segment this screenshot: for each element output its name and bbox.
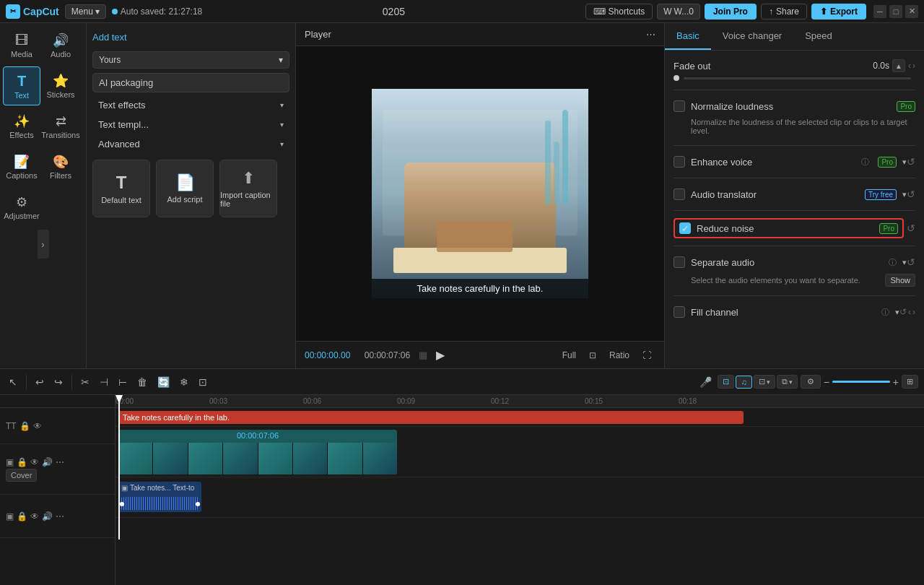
split-keep-button[interactable]: ⊣ [97,375,111,389]
yours-label: Yours [99,55,121,65]
video-audio-icon[interactable]: 🔊 [42,457,53,467]
audio-more-icon[interactable]: ⋯ [56,511,64,521]
track-extra-button[interactable]: ⊡▾ [754,375,775,389]
fit-button[interactable]: ⊡ [585,349,601,362]
toolbar-item-adjustments[interactable]: ⚙ Adjustmer [3,188,40,227]
video-eye-icon[interactable]: 👁 [30,457,39,467]
select-tool-button[interactable]: ↖ [6,375,20,389]
ai-packaging-button[interactable]: AI packaging [92,73,289,92]
tab-speed[interactable]: Speed [793,23,844,50]
separate-audio-reset-button[interactable]: ↺ [907,256,915,268]
toolbar-item-media[interactable]: 🎞 Media [3,26,40,65]
divider-2 [674,145,915,146]
toolbar-expand-button[interactable]: › [38,230,49,259]
caption-text-icon[interactable]: TT [6,421,17,431]
play-button[interactable]: ▶ [436,348,445,362]
audio-lock-icon[interactable]: 🔒 [17,511,27,521]
fit-timeline-button[interactable]: ⊞ [902,375,918,389]
redo-button[interactable]: ↪ [51,375,66,389]
text-effects-menu-item[interactable]: Text effects ▾ [92,95,289,115]
add-script-item[interactable]: 📄 Add script [156,160,214,217]
track-type-button[interactable]: ⊡ [718,375,734,389]
video-lock-icon[interactable]: 🔒 [17,457,27,467]
shortcuts-button[interactable]: ⌨ Shortcuts [585,4,653,20]
video-clip[interactable]: 00:00:07:06 [118,430,397,474]
video-more-icon[interactable]: ⋯ [56,457,64,467]
audio-grid-icon[interactable]: ▣ [6,511,14,521]
split-remove-button[interactable]: ⊢ [116,375,130,389]
yours-dropdown[interactable]: Yours ▾ [92,51,289,69]
workspace-button[interactable]: W W...0 [657,4,700,20]
fade-out-next[interactable]: › [912,61,915,71]
ratio-button[interactable]: Ratio [605,349,634,362]
advanced-menu-item[interactable]: Advanced ▾ [92,134,289,154]
toolbar-item-audio[interactable]: 🔊 Audio [42,26,79,65]
audio-handle-right[interactable] [196,502,200,506]
share-button[interactable]: ↑ Share [761,4,807,20]
full-button[interactable]: Full [558,349,580,362]
default-text-item[interactable]: T Default text [92,160,150,217]
ruler-tick-3: 00:03 [209,397,227,405]
track-audio-button[interactable]: ♫ [736,376,751,389]
toolbar-item-effects[interactable]: ✨ Effects [3,107,40,146]
freeze-button[interactable]: ❄ [177,375,191,389]
fill-channel-prev[interactable]: ‹ [908,307,911,317]
audio-vol-icon[interactable]: 🔊 [42,511,53,521]
toolbar-item-text[interactable]: T Text [3,66,40,105]
settings-button[interactable]: ⚙ [801,375,821,389]
enhance-voice-reset-button[interactable]: ↺ [907,156,915,168]
toolbar-item-transitions[interactable]: ⇄ Transitions [42,107,79,146]
toolbar-item-captions[interactable]: 📝 Captions [3,147,40,186]
fade-out-increment[interactable]: ▲ [892,59,905,72]
crop-button[interactable]: ⊡ [196,375,210,389]
fill-channel-checkbox[interactable] [674,306,685,318]
zoom-slider[interactable] [832,381,890,383]
toolbar-item-stickers[interactable]: ⭐ Stickers [42,66,79,105]
mic-button[interactable]: 🎤 [697,375,715,389]
toolbar-item-filters[interactable]: 🎨 Filters [42,147,79,186]
audio-translator-reset-button[interactable]: ↺ [907,188,915,200]
join-pro-button[interactable]: Join Pro [705,4,757,20]
fade-out-slider[interactable] [674,75,915,81]
fade-out-prev[interactable]: ‹ [908,61,911,71]
enhance-voice-info-icon[interactable]: ⓘ [861,157,869,168]
cover-button[interactable]: Cover [6,469,37,482]
normalize-loudness-checkbox[interactable] [674,100,685,112]
reduce-noise-checkbox[interactable]: ✓ [679,222,691,234]
show-tooltip[interactable]: Show [885,274,915,287]
minimize-button[interactable]: ─ [873,5,886,18]
enhance-voice-checkbox[interactable] [674,156,685,168]
export-button[interactable]: ⬆ Export [811,4,866,20]
audio-clip[interactable]: ▣ Take notes... Text-to [118,482,201,512]
zoom-out-button[interactable]: − [824,376,829,388]
reduce-noise-reset-button[interactable]: ↺ [907,222,915,234]
import-caption-item[interactable]: ⬆ Import caption file [219,160,277,217]
close-button[interactable]: ✕ [905,5,918,18]
zoom-in-button[interactable]: + [893,376,899,388]
text-templates-menu-item[interactable]: Text templ... ▾ [92,115,289,134]
video-grid-icon[interactable]: ▣ [6,457,14,467]
loop-button[interactable]: 🔄 [154,375,173,389]
player-menu-button[interactable]: ⋯ [646,29,655,40]
split-button[interactable]: ✂ [78,375,92,389]
caption-eye-icon[interactable]: 👁 [33,421,42,431]
fill-channel-info-icon[interactable]: ⓘ [881,307,889,318]
undo-button[interactable]: ↩ [32,375,47,389]
separate-audio-info-icon[interactable]: ⓘ [889,257,897,268]
delete-button[interactable]: 🗑 [134,375,150,389]
separate-audio-checkbox[interactable] [674,256,685,268]
track-overlay-button[interactable]: ⧉▾ [777,375,798,389]
fill-channel-next[interactable]: › [912,307,915,317]
add-text-button[interactable]: Add text [92,29,289,46]
audio-translator-checkbox[interactable] [674,188,685,200]
audio-handle-left[interactable] [120,502,124,506]
fill-channel-undo[interactable]: ↺ [899,307,907,317]
fullscreen-button[interactable]: ⛶ [638,349,655,362]
caption-lock-icon[interactable]: 🔒 [19,421,30,431]
audio-eye-icon[interactable]: 👁 [30,511,39,521]
restore-button[interactable]: □ [889,5,902,18]
tab-basic[interactable]: Basic [665,23,711,50]
menu-button[interactable]: Menu ▾ [65,4,106,19]
tab-voice-changer[interactable]: Voice changer [711,23,793,50]
caption-clip[interactable]: Take notes carefully in the lab. [118,411,744,424]
